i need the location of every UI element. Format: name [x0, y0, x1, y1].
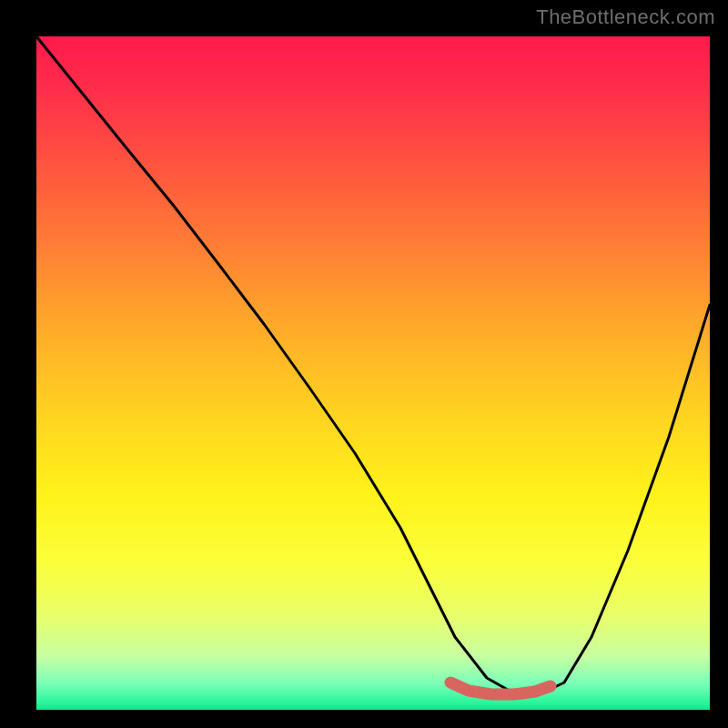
- plot-area: [36, 36, 710, 710]
- bottleneck-curve: [36, 36, 710, 693]
- watermark-text: TheBottleneck.com: [536, 5, 715, 29]
- chart-frame: TheBottleneck.com: [0, 0, 728, 728]
- chart-svg: [36, 36, 710, 710]
